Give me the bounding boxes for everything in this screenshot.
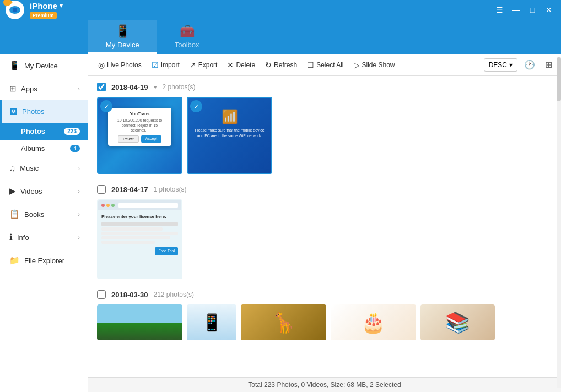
date-group-2018-04-17: 2018-04-17 1 photos(s) P xyxy=(97,185,552,279)
slide-show-icon: ▷ xyxy=(354,61,360,69)
date-arrow-2018-04-19[interactable]: ▾ xyxy=(154,84,157,91)
date-header: 2018-04-19 ▾ 2 photos(s) xyxy=(97,83,552,91)
photo-thumb-3[interactable]: Please enter your license here: Free Tri… xyxy=(97,199,182,279)
sidebar-label-file-explorer: File Explorer xyxy=(24,257,64,265)
sort-arrow-icon: ▾ xyxy=(509,61,513,69)
info-icon: ℹ xyxy=(9,232,13,242)
menu-button[interactable]: ☰ xyxy=(492,3,507,17)
sidebar-sub-item-albums[interactable]: Albums 4 xyxy=(0,140,88,157)
export-icon: ↗ xyxy=(190,61,196,69)
slide-show-button[interactable]: ▷ Slide Show xyxy=(349,58,400,72)
sidebar-item-music[interactable]: ♫ Music › xyxy=(0,157,88,179)
photo-thumb-4[interactable] xyxy=(97,304,182,340)
my-device-tab-label: My Device xyxy=(106,41,139,49)
sidebar-item-photos[interactable]: 🖼 Photos xyxy=(0,100,88,123)
sidebar-label-my-device: My Device xyxy=(24,62,58,70)
music-icon: ♫ xyxy=(9,164,15,173)
my-device-icon: 📱 xyxy=(9,61,20,70)
import-button[interactable]: ☑ Import xyxy=(147,58,184,72)
sidebar-label-music: Music xyxy=(20,164,39,172)
my-device-tab-icon: 📱 xyxy=(115,24,130,39)
minimize-button[interactable]: — xyxy=(508,3,524,17)
photo-grid-2018-04-19: ✓ YouTrans 10.10.200.200 requests to con… xyxy=(97,97,552,174)
date-label-2018-04-19: 2018-04-19 xyxy=(111,83,148,91)
apps-icon: ⊞ xyxy=(9,84,17,94)
group-checkbox-2018-04-19[interactable] xyxy=(97,83,106,91)
sidebar-item-file-explorer[interactable]: 📁 File Explorer xyxy=(0,249,88,272)
sidebar-item-videos[interactable]: ▶ Videos › xyxy=(0,179,88,203)
import-icon: ☑ xyxy=(152,61,159,69)
refresh-button[interactable]: ↻ Refresh xyxy=(261,58,301,72)
time-view-button[interactable]: 🕐 xyxy=(521,57,538,72)
date-label-2018-04-17: 2018-04-17 xyxy=(111,186,148,194)
export-label: Export xyxy=(198,61,218,69)
date-count-2018-03-30: 212 photos(s) xyxy=(154,291,194,298)
date-count-2018-04-19: 2 photos(s) xyxy=(163,83,196,91)
sidebar-item-my-device[interactable]: 📱 My Device xyxy=(0,54,88,77)
select-all-label: Select All xyxy=(316,61,343,69)
photo-area: 2018-04-19 ▾ 2 photos(s) ✓ YouTrans 10.1… xyxy=(88,76,561,377)
sidebar-item-apps[interactable]: ⊞ Apps › xyxy=(0,77,88,100)
file-explorer-icon: 📁 xyxy=(9,255,20,265)
photo-grid-2018-04-17: Please enter your license here: Free Tri… xyxy=(97,199,552,279)
photos-sub-label: Photos xyxy=(21,127,45,135)
group-checkbox-2018-03-30[interactable] xyxy=(97,290,106,299)
photo-thumb-1[interactable]: ✓ YouTrans 10.10.200.200 requests to con… xyxy=(97,97,182,174)
photo-grid-2018-03-30: 📱 🦒 🎂 📚 xyxy=(97,304,552,340)
sidebar-sub-item-photos[interactable]: Photos 223 xyxy=(0,123,88,140)
group-checkbox-2018-04-17[interactable] xyxy=(97,185,106,194)
delete-label: Delete xyxy=(236,61,255,69)
albums-sub-label: Albums xyxy=(21,144,45,153)
select-all-icon: ☐ xyxy=(307,61,314,69)
premium-badge: Premium xyxy=(30,12,57,19)
status-text: Total 223 Photos, 0 Videos, Size: 68 MB,… xyxy=(248,381,401,389)
slide-show-label: Slide Show xyxy=(362,61,395,69)
apps-arrow: › xyxy=(78,85,80,92)
books-icon: 📋 xyxy=(9,209,20,219)
close-button[interactable]: ✕ xyxy=(541,3,557,17)
live-photos-button[interactable]: ◎ Live Photos xyxy=(94,58,146,72)
date-header-3: 2018-03-30 212 photos(s) xyxy=(97,290,552,299)
sidebar-label-videos: Videos xyxy=(20,187,42,195)
photo-thumb-5[interactable]: 📱 xyxy=(187,304,236,340)
photo-thumb-6[interactable]: 🦒 xyxy=(241,304,326,340)
toolbox-tab-label: Toolbox xyxy=(175,41,199,49)
export-button[interactable]: ↗ Export xyxy=(185,58,222,72)
date-group-2018-03-30: 2018-03-30 212 photos(s) 📱 🦒 xyxy=(97,290,552,340)
sidebar-item-info[interactable]: ℹ Info › xyxy=(0,226,88,249)
date-label-2018-03-30: 2018-03-30 xyxy=(111,291,148,299)
info-arrow: › xyxy=(78,234,80,241)
import-label: Import xyxy=(161,61,180,69)
app-name: iPhone▾ xyxy=(30,1,63,10)
toolbox-tab-icon: 🧰 xyxy=(180,24,195,39)
sort-select[interactable]: DESC ▾ xyxy=(484,58,517,72)
videos-icon: ▶ xyxy=(9,186,16,196)
live-photos-icon: ◎ xyxy=(98,61,105,69)
refresh-label: Refresh xyxy=(274,61,297,69)
sidebar-label-books: Books xyxy=(24,210,44,219)
books-arrow: › xyxy=(78,211,80,217)
grid-view-button[interactable]: ⊞ xyxy=(542,57,555,72)
photo-thumb-8[interactable]: 📚 xyxy=(420,304,495,340)
refresh-icon: ↻ xyxy=(265,61,272,69)
date-count-2018-04-17: 1 photos(s) xyxy=(154,186,187,193)
albums-badge: 4 xyxy=(70,145,80,152)
tab-toolbox[interactable]: 🧰 Toolbox xyxy=(157,20,217,54)
live-photos-label: Live Photos xyxy=(107,61,142,69)
delete-button[interactable]: ✕ Delete xyxy=(223,58,260,72)
window-controls: ☰ — □ ✕ xyxy=(492,3,557,17)
maximize-button[interactable]: □ xyxy=(525,3,540,17)
delete-icon: ✕ xyxy=(227,61,234,69)
sidebar-label-photos: Photos xyxy=(22,107,44,116)
select-all-button[interactable]: ☐ Select All xyxy=(303,58,348,72)
photo-thumb-7[interactable]: 🎂 xyxy=(331,304,416,340)
sidebar: 📱 My Device ⊞ Apps › 🖼 Photos Photos 223… xyxy=(0,54,88,392)
sort-label: DESC xyxy=(489,61,507,69)
content-area: ◎ Live Photos ☑ Import ↗ Export ✕ Delete… xyxy=(88,54,561,392)
photo-thumb-2[interactable]: ✓ 📶 Please make sure that the mobile dev… xyxy=(187,97,272,174)
sidebar-item-books[interactable]: 📋 Books › xyxy=(0,203,88,226)
toolbar: ◎ Live Photos ☑ Import ↗ Export ✕ Delete… xyxy=(88,54,561,76)
tab-my-device[interactable]: 📱 My Device xyxy=(88,20,157,54)
sidebar-label-info: Info xyxy=(17,233,29,242)
music-arrow: › xyxy=(78,165,80,172)
